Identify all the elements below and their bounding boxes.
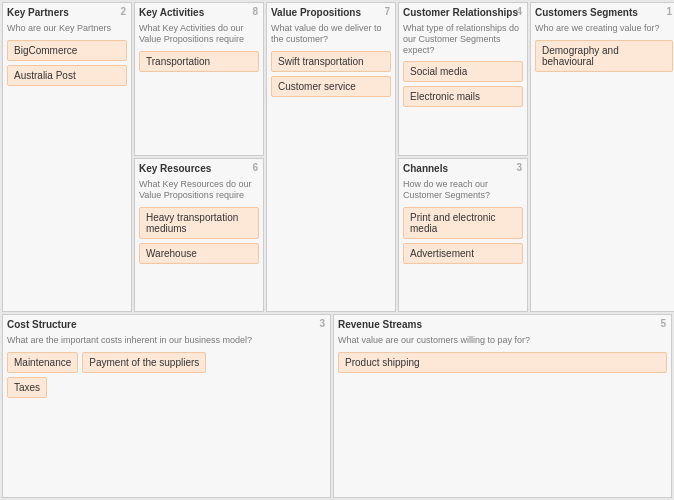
key-resources-subtitle: What Key Resources do our Value Proposit… bbox=[139, 179, 259, 201]
cost-subtitle: What are the important costs inherent in… bbox=[7, 335, 326, 346]
cust-seg-subtitle: Who are we creating value for? bbox=[535, 23, 673, 34]
revenue-title: Revenue Streams bbox=[338, 319, 667, 331]
value-propositions-cell: 7 Value Propositions What value do we de… bbox=[266, 2, 396, 312]
key-resources-cell: 6 Key Resources What Key Resources do ou… bbox=[134, 158, 264, 312]
key-resources-item-1[interactable]: Warehouse bbox=[139, 243, 259, 264]
key-activities-subtitle: What Key Activities do our Value Proposi… bbox=[139, 23, 259, 45]
bottom-row: 3 Cost Structure What are the important … bbox=[2, 314, 672, 498]
business-model-canvas: 2 Key Partners Who are our Key Partners … bbox=[0, 0, 674, 500]
channels-item-1[interactable]: Advertisement bbox=[403, 243, 523, 264]
key-partners-item-0[interactable]: BigCommerce bbox=[7, 40, 127, 61]
cust-rel-item-0[interactable]: Social media bbox=[403, 61, 523, 82]
value-propositions-col: 7 Value Propositions What value do we de… bbox=[266, 2, 396, 312]
revenue-number: 5 bbox=[660, 318, 666, 329]
crel-channels-col: 4 Customer Relationships What type of re… bbox=[398, 2, 528, 312]
key-resources-item-0[interactable]: Heavy transportation mediums bbox=[139, 207, 259, 239]
channels-number: 3 bbox=[516, 162, 522, 173]
channels-subtitle: How do we reach our Customer Segments? bbox=[403, 179, 523, 201]
channels-item-0[interactable]: Print and electronic media bbox=[403, 207, 523, 239]
activities-resources-col: 8 Key Activities What Key Activities do … bbox=[134, 2, 264, 312]
key-activities-cell: 8 Key Activities What Key Activities do … bbox=[134, 2, 264, 156]
cust-rel-item-1[interactable]: Electronic mails bbox=[403, 86, 523, 107]
cost-item-1[interactable]: Taxes bbox=[7, 377, 47, 398]
customer-relationships-cell: 4 Customer Relationships What type of re… bbox=[398, 2, 528, 156]
cust-rel-title: Customer Relationships bbox=[403, 7, 523, 19]
cust-rel-number: 4 bbox=[516, 6, 522, 17]
cust-seg-title: Customers Segments bbox=[535, 7, 673, 19]
key-partners-number: 2 bbox=[120, 6, 126, 17]
value-prop-subtitle: What value do we deliver to the customer… bbox=[271, 23, 391, 45]
customer-segments-col: 1 Customers Segments Who are we creating… bbox=[530, 2, 674, 312]
top-row: 2 Key Partners Who are our Key Partners … bbox=[2, 2, 672, 312]
cost-structure-cell: 3 Cost Structure What are the important … bbox=[2, 314, 331, 498]
revenue-item-0[interactable]: Product shipping bbox=[338, 352, 667, 373]
channels-cell: 3 Channels How do we reach our Customer … bbox=[398, 158, 528, 312]
value-prop-item-0[interactable]: Swift transportation bbox=[271, 51, 391, 72]
value-prop-number: 7 bbox=[384, 6, 390, 17]
key-partners-col: 2 Key Partners Who are our Key Partners … bbox=[2, 2, 132, 312]
value-prop-item-1[interactable]: Customer service bbox=[271, 76, 391, 97]
key-partners-title: Key Partners bbox=[7, 7, 127, 19]
key-resources-number: 6 bbox=[252, 162, 258, 173]
revenue-subtitle: What value are our customers willing to … bbox=[338, 335, 667, 346]
cost-number: 3 bbox=[319, 318, 325, 329]
key-activities-title: Key Activities bbox=[139, 7, 259, 19]
key-partners-subtitle: Who are our Key Partners bbox=[7, 23, 127, 34]
key-resources-title: Key Resources bbox=[139, 163, 259, 175]
cost-item-0[interactable]: Maintenance bbox=[7, 352, 78, 373]
customer-segments-cell: 1 Customers Segments Who are we creating… bbox=[530, 2, 674, 312]
cust-seg-number: 1 bbox=[666, 6, 672, 17]
key-partners-cell: 2 Key Partners Who are our Key Partners … bbox=[2, 2, 132, 312]
cost-title: Cost Structure bbox=[7, 319, 326, 331]
key-activities-number: 8 bbox=[252, 6, 258, 17]
cust-rel-subtitle: What type of relationships do our Custom… bbox=[403, 23, 523, 55]
revenue-streams-cell: 5 Revenue Streams What value are our cus… bbox=[333, 314, 672, 498]
value-prop-title: Value Propositions bbox=[271, 7, 391, 19]
cust-seg-item-0[interactable]: Demography and behavioural bbox=[535, 40, 673, 72]
key-partners-item-1[interactable]: Australia Post bbox=[7, 65, 127, 86]
key-activities-item-0[interactable]: Transportation bbox=[139, 51, 259, 72]
channels-title: Channels bbox=[403, 163, 523, 175]
cost-tags-row: Maintenance Payment of the suppliers bbox=[7, 352, 326, 373]
cost-item-2[interactable]: Payment of the suppliers bbox=[82, 352, 206, 373]
